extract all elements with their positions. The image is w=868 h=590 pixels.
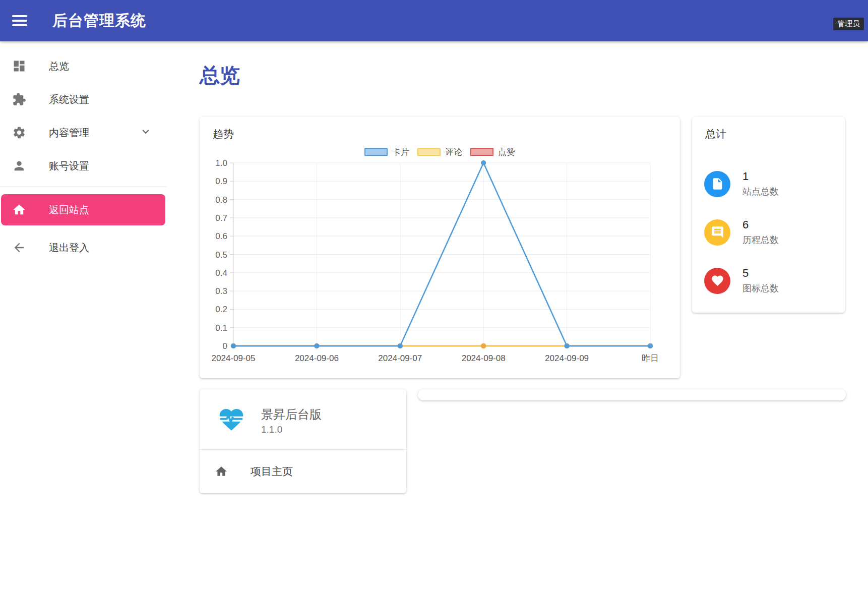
total-item: 5 图标总数 — [704, 267, 779, 294]
legend-swatch-blue — [364, 148, 388, 156]
chevron-down-icon[interactable] — [139, 125, 152, 141]
svg-text:0.3: 0.3 — [215, 286, 227, 296]
heartbeat-icon — [216, 405, 247, 436]
svg-text:0.9: 0.9 — [215, 176, 227, 186]
person-icon — [12, 159, 26, 173]
svg-text:2024-09-08: 2024-09-08 — [462, 353, 506, 363]
svg-text:0: 0 — [223, 341, 227, 351]
sidebar-divider — [0, 187, 166, 187]
sidebar: 总览 系统设置 内容管理 账号设置 返回站点 退出登入 — [0, 41, 166, 263]
legend-swatch-yellow — [417, 148, 441, 156]
svg-text:0.7: 0.7 — [215, 213, 227, 223]
svg-text:0.6: 0.6 — [215, 231, 227, 241]
sidebar-item-label: 总览 — [49, 60, 69, 73]
gear-icon — [12, 126, 26, 140]
total-label: 站点总数 — [742, 186, 779, 198]
page-title: 总览 — [200, 62, 240, 89]
document-icon — [704, 171, 730, 197]
top-bar: 后台管理系统 管理员 — [0, 0, 868, 41]
sidebar-item-content-management[interactable]: 内容管理 — [0, 116, 166, 149]
svg-text:2024-09-05: 2024-09-05 — [212, 353, 256, 363]
app-title: 后台管理系统 — [52, 11, 146, 31]
svg-text:2024-09-07: 2024-09-07 — [378, 353, 422, 363]
menu-icon[interactable] — [12, 13, 29, 29]
total-value: 1 — [742, 170, 779, 183]
sidebar-item-account-settings[interactable]: 账号设置 — [0, 149, 166, 183]
sidebar-item-label: 系统设置 — [49, 93, 89, 106]
total-item: 6 历程总数 — [704, 218, 779, 246]
home-icon — [215, 465, 228, 478]
puzzle-icon — [12, 92, 26, 106]
svg-text:1.0: 1.0 — [215, 158, 227, 168]
admin-badge: 管理员 — [833, 18, 864, 30]
svg-text:昨日: 昨日 — [642, 353, 659, 363]
trend-line-chart: 00.10.20.30.40.50.60.70.80.91.02024-09-0… — [205, 156, 673, 372]
app-name: 景昇后台版 — [261, 406, 322, 423]
svg-text:0.2: 0.2 — [215, 305, 227, 314]
sidebar-item-label: 内容管理 — [49, 126, 89, 140]
comment-icon — [704, 219, 730, 246]
trend-card: 趋势 卡片 评论 点赞 00.10.20.30.40.50.60.70.80.9… — [200, 117, 680, 378]
logout-button[interactable]: 退出登入 — [0, 232, 166, 263]
home-icon — [12, 203, 26, 217]
back-to-site-label: 返回站点 — [49, 203, 89, 217]
svg-text:0.4: 0.4 — [215, 268, 227, 278]
svg-text:0.8: 0.8 — [215, 195, 227, 205]
trend-card-title: 趋势 — [213, 127, 234, 141]
total-value: 5 — [742, 267, 779, 280]
logout-label: 退出登入 — [49, 241, 89, 255]
project-home-link[interactable]: 项目主页 — [200, 450, 406, 493]
app-version: 1.1.0 — [261, 424, 322, 435]
heart-icon — [704, 268, 730, 294]
empty-panel — [418, 389, 846, 400]
svg-text:2024-09-06: 2024-09-06 — [295, 353, 339, 363]
svg-text:2024-09-09: 2024-09-09 — [545, 353, 589, 363]
total-value: 6 — [742, 218, 779, 231]
arrow-left-icon — [12, 241, 26, 255]
back-to-site-button[interactable]: 返回站点 — [1, 194, 165, 225]
total-label: 历程总数 — [742, 234, 779, 246]
dashboard-icon — [12, 59, 26, 73]
total-label: 图标总数 — [742, 282, 779, 294]
sidebar-item-system-settings[interactable]: 系统设置 — [0, 83, 166, 116]
app-info-card: 景昇后台版 1.1.0 项目主页 — [200, 389, 406, 493]
svg-text:0.5: 0.5 — [215, 250, 227, 260]
totals-card-title: 总计 — [705, 127, 726, 141]
totals-card: 总计 1 站点总数 6 历程总数 5 图标总数 — [692, 117, 845, 313]
project-home-label: 项目主页 — [251, 464, 293, 479]
legend-swatch-red — [470, 148, 493, 156]
total-item: 1 站点总数 — [704, 170, 779, 198]
sidebar-item-overview[interactable]: 总览 — [0, 49, 166, 83]
svg-text:0.1: 0.1 — [215, 323, 227, 333]
sidebar-item-label: 账号设置 — [49, 159, 89, 173]
